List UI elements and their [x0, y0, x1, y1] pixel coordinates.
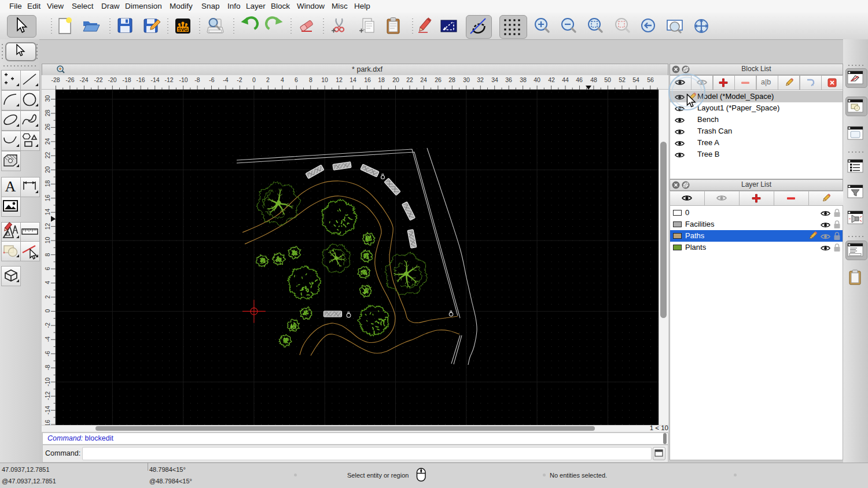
- svg-text:SVG: SVG: [178, 27, 188, 32]
- svg-text:A: A: [5, 178, 16, 195]
